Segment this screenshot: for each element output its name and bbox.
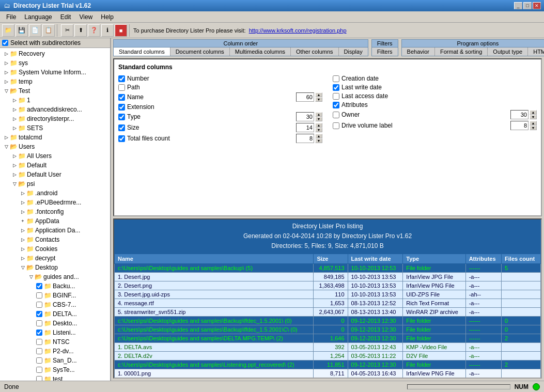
cb-deskto[interactable]: [36, 320, 42, 326]
tree-item-fontconfig[interactable]: ▷ 📁 .fontconfig: [1, 207, 109, 216]
tab-output-type[interactable]: Output type: [488, 48, 528, 56]
tree-item-guides[interactable]: ▽ 📂 guides and...: [1, 272, 109, 281]
tree-item-sysvolume[interactable]: ▷ 📁 System Volume Inform...: [1, 68, 109, 77]
spin-owner-up[interactable]: ▲: [530, 110, 537, 115]
tab-display[interactable]: Display: [339, 48, 368, 56]
toggle-appdata[interactable]: +: [20, 218, 26, 224]
toggle-psi[interactable]: ▽: [11, 181, 18, 187]
toolbar-btn-1[interactable]: 📁: [2, 24, 14, 37]
tree-item-temp[interactable]: ▷ 📁 temp: [1, 77, 109, 86]
cb-extension[interactable]: [118, 104, 125, 111]
tree-item-ntsc[interactable]: 📁 NTSC: [1, 337, 109, 347]
tree-item-sets[interactable]: ▷ 📁 SETS: [1, 123, 109, 133]
menu-view[interactable]: View: [75, 12, 97, 22]
tree-item-sand[interactable]: 📁 San_D...: [1, 356, 109, 365]
spin-name-down[interactable]: ▼: [315, 97, 322, 102]
tree-item-users[interactable]: ▽ 📂 Users: [1, 142, 109, 151]
tab-html[interactable]: HTML: [528, 48, 544, 56]
toggle-users[interactable]: ▽: [3, 144, 9, 150]
toolbar-btn-stop[interactable]: ■: [115, 24, 127, 37]
cb-listeni[interactable]: [36, 330, 42, 336]
cb-ntsc[interactable]: [36, 339, 42, 345]
tree-item-test[interactable]: ▽ 📂 Test: [1, 86, 109, 96]
tree-item-advdisk[interactable]: ▷ 📁 advanceddiskreco...: [1, 105, 109, 114]
cb-name[interactable]: [118, 94, 125, 101]
tab-document-columns[interactable]: Document columns: [170, 48, 230, 56]
toggle-test[interactable]: ▽: [3, 88, 9, 94]
tree-item-delta[interactable]: 📁 DELTA...: [1, 309, 109, 319]
toggle-sysvolume[interactable]: ▷: [3, 69, 9, 75]
toggle-appda2[interactable]: ▷: [20, 227, 26, 233]
tree-item-default[interactable]: ▷ 📁 Default: [1, 161, 109, 170]
tree-item-contacts[interactable]: ▷ 📁 Contacts: [1, 235, 109, 244]
maximize-button[interactable]: □: [523, 2, 532, 9]
cb-type[interactable]: [118, 114, 125, 120]
tree-item-cookies[interactable]: ▷ 📁 Cookies: [1, 244, 109, 254]
toggle-temp[interactable]: ▷: [3, 79, 9, 85]
tree-item-cbs7[interactable]: 📁 CBS-7...: [1, 300, 109, 309]
spinner-name-input[interactable]: [296, 92, 314, 102]
cb-syste[interactable]: [36, 367, 42, 373]
toggle-android[interactable]: ▷: [20, 190, 26, 196]
spin-type-up[interactable]: ▲: [315, 112, 322, 117]
tree-item-testfolder[interactable]: 📁 test: [1, 374, 109, 381]
toggle-dirlister[interactable]: ▷: [11, 116, 18, 122]
toggle-decrypt[interactable]: ▷: [20, 255, 26, 261]
tree-item-epub[interactable]: ▷ 📁 .ePUBeedrmre...: [1, 198, 109, 207]
spin-size-down[interactable]: ▼: [315, 128, 322, 132]
minimize-button[interactable]: _: [514, 2, 522, 9]
toggle-desktop[interactable]: ▽: [20, 264, 26, 271]
tree-item-desktop[interactable]: ▽ 📂 Desktop: [1, 263, 109, 272]
tab-filters[interactable]: Filters: [372, 48, 398, 56]
cb-path[interactable]: [118, 84, 125, 91]
cb-size[interactable]: [118, 124, 125, 131]
tree-item-allusers[interactable]: ▷ 📁 All Users: [1, 151, 109, 161]
spinner-size-input[interactable]: [296, 123, 314, 132]
spin-totalfiles-up[interactable]: ▲: [315, 134, 322, 138]
spinner-type-input[interactable]: [296, 112, 314, 121]
tree-item-psi[interactable]: ▽ 📂 psi: [1, 179, 109, 189]
tab-standard-columns[interactable]: Standard columns: [114, 48, 170, 56]
toolbar-btn-4[interactable]: 📋: [42, 24, 55, 37]
close-button[interactable]: ✕: [533, 2, 541, 9]
tree-item-sys[interactable]: ▷ 📁 sys: [1, 58, 109, 68]
toolbar-btn-3[interactable]: 📄: [29, 24, 41, 37]
tree-item-p2dv[interactable]: 📁 P2-dv...: [1, 347, 109, 356]
select-subdirectories-checkbox[interactable]: [2, 40, 8, 46]
menu-language[interactable]: Language: [20, 12, 56, 22]
tree-item-appdata[interactable]: + 📁 AppData: [1, 216, 109, 226]
cb-owner[interactable]: [333, 112, 339, 118]
cb-attributes[interactable]: [333, 102, 339, 108]
toggle-recovery[interactable]: ▷: [3, 51, 9, 57]
cb-p2dv[interactable]: [36, 348, 42, 354]
toggle-sys[interactable]: ▷: [3, 60, 9, 66]
tab-format-sorting[interactable]: Format & sorting: [435, 48, 488, 56]
spin-totalfiles-down[interactable]: ▼: [315, 138, 322, 143]
tree-item-bginf[interactable]: 📁 BGINF...: [1, 291, 109, 300]
tree-item-defaultuser[interactable]: ▷ 📁 Default User: [1, 170, 109, 179]
url-link[interactable]: http://www.krksoft.com/registration.php: [249, 27, 347, 34]
tree-item-appda2[interactable]: ▷ 📁 Application Da...: [1, 226, 109, 235]
spin-drivevol-up[interactable]: ▲: [530, 121, 537, 126]
spin-size-up[interactable]: ▲: [315, 123, 322, 128]
cb-number[interactable]: [118, 75, 125, 82]
toggle-totalcmd[interactable]: ▷: [3, 134, 9, 140]
tree-item-syste[interactable]: 📁 SysTe...: [1, 365, 109, 374]
tree-item-decrypt[interactable]: ▷ 📁 decrypt: [1, 254, 109, 263]
cb-bginf[interactable]: [36, 292, 42, 299]
toggle-fontconfig[interactable]: ▷: [20, 209, 26, 215]
cb-sand[interactable]: [36, 357, 42, 364]
toggle-1[interactable]: ▷: [11, 97, 18, 103]
menu-edit[interactable]: Edit: [56, 12, 75, 22]
toggle-epub[interactable]: ▷: [20, 199, 26, 206]
toggle-defaultuser[interactable]: ▷: [11, 171, 18, 178]
scrollbar-indicator[interactable]: [407, 384, 510, 389]
toolbar-btn-5[interactable]: ✂: [61, 24, 73, 37]
cb-cbs7[interactable]: [36, 302, 42, 308]
spinner-totalfiles-input[interactable]: [296, 134, 314, 143]
cb-delta[interactable]: [36, 311, 42, 317]
tree-item-recovery[interactable]: ▷ 📁 Recovery: [1, 49, 109, 58]
toggle-contacts[interactable]: ▷: [20, 237, 26, 243]
toolbar-btn-7[interactable]: ❓: [88, 24, 100, 37]
toggle-cookies[interactable]: ▷: [20, 246, 26, 252]
